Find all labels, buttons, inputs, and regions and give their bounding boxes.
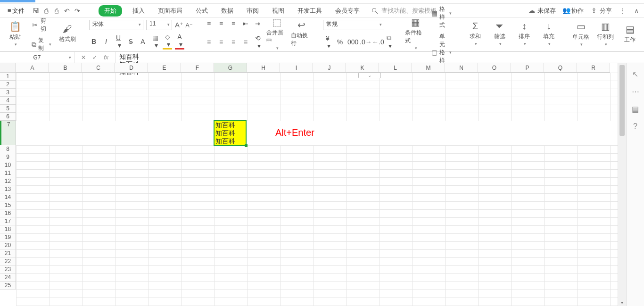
row-header-17[interactable]: 17	[0, 217, 16, 225]
row-header-10[interactable]: 10	[0, 161, 16, 169]
increase-font-icon[interactable]: A⁺	[175, 21, 182, 29]
row-header-25[interactable]: 25	[0, 281, 16, 289]
currency-button[interactable]: ¥▾	[323, 34, 332, 50]
tab-审阅[interactable]: 审阅	[244, 5, 262, 17]
row-header-8[interactable]: 8	[0, 145, 16, 153]
cell-group-button[interactable]: ▭单元格▾	[570, 20, 591, 47]
col-header-O[interactable]: O	[478, 63, 511, 73]
paste-button[interactable]: 📋 粘贴 ▾	[5, 20, 25, 47]
italic-button[interactable]: I	[101, 38, 111, 45]
col-header-Q[interactable]: Q	[544, 63, 577, 73]
comma-button[interactable]: 000	[347, 38, 357, 46]
search-area[interactable]: 查找功能、搜索模板	[371, 7, 437, 15]
row-header-15[interactable]: 15	[0, 201, 16, 209]
font-size-select[interactable]: 11▾	[146, 20, 172, 30]
tab-开发工具[interactable]: 开发工具	[295, 5, 325, 17]
col-header-R[interactable]: R	[577, 63, 610, 73]
tab-插入[interactable]: 插入	[130, 5, 148, 17]
align-center-button[interactable]: ≡	[216, 38, 226, 46]
align-bottom-button[interactable]: ≡	[229, 20, 238, 27]
align-right-button[interactable]: ≡	[229, 38, 238, 46]
table-style-button[interactable]: ▦表格样式▾	[429, 0, 454, 30]
redo-icon[interactable]: ↷	[74, 7, 81, 15]
col-header-H[interactable]: H	[247, 63, 280, 73]
format-painter-button[interactable]: 🖌 格式刷	[57, 20, 78, 47]
percent-button[interactable]: %	[335, 38, 345, 46]
tab-数据[interactable]: 数据	[218, 5, 236, 17]
type-convert-button[interactable]: ⧉▾	[384, 34, 394, 50]
cells[interactable]: ⌄ 知百科 知百科 知百科 Alt+Enter	[16, 73, 618, 306]
merge-center-button[interactable]: ⬚ 合并居中▾	[266, 20, 287, 47]
print-preview-icon[interactable]: ⎙	[42, 7, 50, 15]
name-box[interactable]: G7▾	[0, 52, 74, 63]
confirm-edit-icon[interactable]: ✓	[92, 54, 97, 61]
row-header-22[interactable]: 22	[0, 257, 16, 265]
col-header-E[interactable]: E	[148, 63, 181, 73]
row-header-16[interactable]: 16	[0, 209, 16, 217]
col-header-N[interactable]: N	[445, 63, 478, 73]
scroll-thumb[interactable]	[619, 65, 625, 136]
row-header-3[interactable]: 3	[0, 89, 16, 97]
decrease-font-icon[interactable]: A⁻	[185, 22, 193, 29]
row-header-13[interactable]: 13	[0, 185, 16, 193]
row-header-14[interactable]: 14	[0, 193, 16, 201]
tab-公式[interactable]: 公式	[193, 5, 211, 17]
strike-button[interactable]: S̶	[126, 38, 135, 45]
dec-decimal-button[interactable]: ←.0	[372, 38, 381, 46]
undo-icon[interactable]: ↶	[63, 7, 71, 15]
more-icon[interactable]: ⋮	[619, 7, 626, 15]
copy-button[interactable]: ⧉复制▾	[29, 35, 53, 53]
col-header-M[interactable]: M	[412, 63, 445, 73]
cut-button[interactable]: ✂剪切	[29, 16, 53, 34]
col-header-F[interactable]: F	[181, 63, 214, 73]
scroll-down-icon[interactable]: ▾	[618, 300, 626, 305]
col-header-C[interactable]: C	[82, 63, 115, 73]
col-header-D[interactable]: D	[115, 63, 148, 73]
unsaved-status[interactable]: ☁ 未保存	[528, 7, 556, 15]
indent-inc-button[interactable]: ⇤	[241, 20, 250, 27]
fill-color-button[interactable]: ◇▾	[163, 33, 172, 50]
row-header-21[interactable]: 21	[0, 249, 16, 257]
tab-页面布局[interactable]: 页面布局	[155, 5, 185, 17]
rowcol-button[interactable]: ▥行和列▾	[595, 20, 616, 47]
row-header-24[interactable]: 24	[0, 273, 16, 281]
sort-button[interactable]: ↕排序▾	[514, 20, 535, 47]
orientation-button[interactable]: ⟲▾	[253, 34, 263, 50]
clipboard-panel-icon[interactable]: ▤	[632, 105, 639, 114]
cond-format-button[interactable]: ▦ 条件格式▾	[405, 20, 426, 47]
formula-input[interactable]: 知百科 知百科 知百科	[116, 52, 143, 63]
row-header-9[interactable]: 9	[0, 153, 16, 161]
font-color-button[interactable]: A▾	[175, 33, 184, 50]
select-tool-icon[interactable]: ↖	[632, 70, 638, 79]
sum-button[interactable]: Σ求和▾	[465, 20, 486, 47]
print-icon[interactable]: ⎙	[53, 7, 60, 15]
row-header-20[interactable]: 20	[0, 241, 16, 249]
collab-button[interactable]: 👥 协作	[562, 7, 584, 15]
col-header-B[interactable]: B	[49, 63, 82, 73]
expand-formula-bar-button[interactable]: ⌄	[358, 73, 381, 78]
fx-icon[interactable]: fx	[104, 54, 108, 61]
tab-开始[interactable]: 开始	[99, 5, 122, 17]
file-menu[interactable]: ≡ 文件	[4, 5, 28, 17]
row-header-5[interactable]: 5	[0, 105, 16, 113]
row-header-23[interactable]: 23	[0, 265, 16, 273]
auto-wrap-button[interactable]: ↩ 自动换行	[291, 20, 312, 47]
row-header-1[interactable]: 1	[0, 73, 16, 81]
distribute-button[interactable]: ≡	[241, 38, 250, 46]
row-header-11[interactable]: 11	[0, 169, 16, 177]
border-button[interactable]: ▦▾	[150, 34, 160, 49]
collapse-ribbon-icon[interactable]: ∧	[633, 7, 640, 15]
col-header-K[interactable]: K	[346, 63, 379, 73]
select-all-corner[interactable]	[0, 63, 16, 73]
row-header-6[interactable]: 6	[0, 113, 16, 121]
fill-button[interactable]: ↓填充▾	[538, 20, 559, 47]
row-header-12[interactable]: 12	[0, 177, 16, 185]
col-header-P[interactable]: P	[511, 63, 544, 73]
col-header-G[interactable]: G	[214, 63, 247, 73]
tab-视图[interactable]: 视图	[269, 5, 287, 17]
indent-dec-button[interactable]: ⇥	[253, 20, 263, 27]
row-header-18[interactable]: 18	[0, 225, 16, 233]
row-header-19[interactable]: 19	[0, 233, 16, 241]
vertical-scrollbar[interactable]: ▴ ▾	[618, 63, 626, 306]
col-header-J[interactable]: J	[313, 63, 346, 73]
